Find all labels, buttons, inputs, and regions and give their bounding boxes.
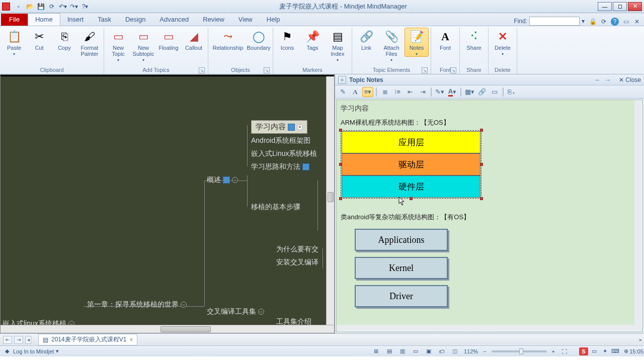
align-left-icon[interactable]: ≡▾ (362, 87, 373, 97)
tab-insert[interactable]: Insert (60, 14, 91, 26)
more-icon[interactable]: ⎘▾ (506, 87, 517, 97)
view-outline-icon[interactable]: ▤ (385, 348, 393, 355)
view-tag-icon[interactable]: 🏷 (438, 348, 446, 355)
highlight-color-icon[interactable]: ✎▾ (434, 87, 445, 97)
callout-button[interactable]: ◢Callout (182, 28, 206, 52)
list-num-icon[interactable]: ≣ (379, 87, 390, 97)
help-icon[interactable]: ?▾ (80, 2, 90, 11)
canvas-vscrollbar[interactable] (326, 76, 334, 325)
outdent-icon[interactable]: ⇤ (405, 87, 416, 97)
tab-close-icon[interactable]: × (129, 336, 133, 343)
attach-button[interactable]: 📎Attach Files▾ (379, 28, 404, 63)
view-split-icon[interactable]: ◫ (451, 348, 459, 355)
login-dropdown-icon[interactable]: ▾ (56, 348, 59, 354)
zoom-slider[interactable] (492, 350, 547, 352)
format-painter-button[interactable]: 🖌Format Painter (77, 28, 102, 58)
expand-icon[interactable]: + (297, 124, 303, 130)
topic-overview[interactable]: 概述− (207, 175, 238, 185)
tab-advanced[interactable]: Advanced (152, 14, 196, 26)
boundary-button[interactable]: ◯Boundary (247, 28, 271, 52)
floating-button[interactable]: ▭Floating (156, 28, 181, 52)
close-button[interactable]: ✕ (628, 2, 642, 11)
topic-method[interactable]: 学习思路和方法 (251, 162, 309, 171)
maximize-button[interactable]: ◻ (613, 2, 627, 11)
topic-toolchain[interactable]: 交叉编译工具集− (207, 307, 264, 316)
mindmap-canvas[interactable]: 学习内容+ Android系统框架图 嵌入式Linux系统移植 学习思路和方法 … (0, 74, 335, 333)
open-icon[interactable]: 📂 (25, 2, 34, 11)
notes-hscrollbar[interactable] (337, 325, 642, 332)
dialog-launcher-icon[interactable]: ↘ (422, 67, 428, 73)
topic-steps[interactable]: 移植的基本步骤 (251, 203, 300, 212)
topic-why[interactable]: 为什么要有交 (276, 245, 318, 254)
tab-view[interactable]: View (231, 14, 260, 26)
font-color-icon[interactable]: A▾ (447, 87, 458, 97)
nav-fwd-icon[interactable]: → (603, 76, 612, 84)
find-input[interactable] (529, 17, 580, 26)
dialog-launcher-icon[interactable]: ↘ (199, 67, 205, 73)
paste-button[interactable]: 📋Paste▾ (2, 28, 26, 57)
view-gantt-icon[interactable]: ▥ (398, 348, 407, 355)
collapse-icon[interactable]: − (258, 309, 264, 315)
icons-button[interactable]: ⚑Icons (275, 28, 299, 52)
ribbon-close-icon[interactable]: ✕ (633, 18, 641, 26)
tray-ime-icon[interactable]: S (579, 347, 588, 355)
copy-button[interactable]: ⎘Copy (52, 28, 76, 52)
sync-icon[interactable]: ⟳ (47, 2, 56, 11)
cut-button[interactable]: ✂Cut (27, 28, 51, 52)
layer-diagram-selected[interactable]: 应用层 驱动层 硬件层 (341, 130, 481, 199)
zoom-in-icon[interactable]: + (552, 348, 555, 354)
new-topic-button[interactable]: ▭New Topic▾ (106, 28, 130, 63)
topic-android-fw[interactable]: Android系统框架图 (251, 136, 310, 145)
tab-nav-prev-icon[interactable]: ◂ (25, 336, 31, 344)
notes-button[interactable]: 📝Notes▾ (405, 28, 429, 57)
lock-icon[interactable]: 🔒 (589, 18, 597, 26)
font-dialog-icon[interactable]: A (350, 87, 361, 97)
tab-task[interactable]: Task (91, 14, 118, 26)
nav-back-icon[interactable]: ← (593, 76, 602, 84)
refresh-icon[interactable]: ⟳ (600, 18, 608, 26)
tags-button[interactable]: 📌Tags (300, 28, 325, 52)
tray-input-icon[interactable]: ▭ (590, 347, 599, 355)
tab-design[interactable]: Design (118, 14, 152, 26)
view-linked-icon[interactable]: ▣ (425, 348, 433, 355)
ribbon-minimize-icon[interactable]: ▭ (622, 18, 630, 26)
highlight-icon[interactable]: ✎ (337, 87, 348, 97)
list-bullet-icon[interactable]: ⁝≡ (392, 87, 403, 97)
find-dropdown-icon[interactable]: ▾ (582, 18, 585, 25)
tray-star-icon[interactable]: ✦ (600, 347, 609, 355)
tab-nav-first-icon[interactable]: ⇤ (3, 336, 12, 344)
collapse-icon[interactable]: − (232, 177, 238, 183)
tab-nav-last-icon[interactable]: ⇥ (14, 336, 23, 344)
fit-icon[interactable]: ⛶ (560, 348, 568, 355)
delete-button[interactable]: ✕Delete▾ (491, 28, 515, 57)
link-button[interactable]: 🔗Link (354, 28, 378, 52)
topic-install[interactable]: 安装交叉编译 (276, 258, 318, 267)
login-link[interactable]: Log In to Mindjet (13, 348, 54, 354)
redo-icon[interactable]: ↷▾ (69, 2, 78, 11)
zoom-out-icon[interactable]: − (483, 348, 486, 354)
new-doc-icon[interactable]: ▫ (14, 2, 23, 11)
panel-collapse-icon[interactable]: « (338, 76, 346, 84)
mapindex-button[interactable]: ▤Map Index▾ (326, 28, 350, 63)
hyperlink-icon[interactable]: 🔗 (476, 87, 488, 97)
undo-icon[interactable]: ↶▾ (58, 2, 67, 11)
new-subtopic-button[interactable]: ▭New Subtopic▾ (131, 28, 155, 63)
topic-study[interactable]: 学习内容+ (251, 120, 307, 134)
share-button[interactable]: ⠪Share (462, 28, 486, 52)
indent-icon[interactable]: ⇥ (417, 87, 428, 97)
table-icon[interactable]: ▦▾ (464, 87, 475, 97)
tab-help[interactable]: Help (260, 14, 287, 26)
tab-nav-next-icon[interactable]: ▸ (639, 337, 642, 342)
tray-keyboard-icon[interactable]: ⌨ (611, 347, 620, 355)
relationship-button[interactable]: ⤳Relationship (210, 28, 246, 52)
notes-vscrollbar[interactable] (634, 100, 642, 332)
canvas-hscrollbar[interactable] (1, 325, 334, 333)
minimize-button[interactable]: — (598, 2, 612, 11)
topic-linux-port[interactable]: 嵌入式Linux系统移植 (251, 149, 317, 158)
document-tab[interactable]: ▤ 2014麦子学院嵌入式课程V1 × (38, 334, 137, 345)
font-button[interactable]: AFont (433, 28, 457, 52)
zoom-value[interactable]: 112% (464, 348, 478, 354)
image-icon[interactable]: ▭ (489, 87, 500, 97)
panel-close-button[interactable]: ✕ Close (619, 76, 641, 83)
view-map-icon[interactable]: ⊞ (372, 348, 380, 355)
